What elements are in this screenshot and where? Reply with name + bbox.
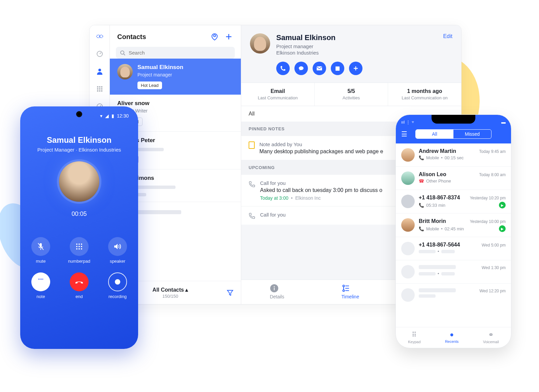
- missed-icon: ☎: [419, 178, 424, 184]
- recent-row[interactable]: +1 418-867-8374Yesterday 10:20 pm 📞05:33…: [396, 190, 511, 214]
- recent-row[interactable]: Alison LeoToday 8:00 am ☎Other Phone: [396, 167, 511, 190]
- svg-rect-16: [317, 66, 322, 70]
- note-icon: [31, 272, 50, 291]
- recent-dur: 00:15 sec: [445, 155, 464, 160]
- stat-cell[interactable]: Email Last Communication: [241, 83, 315, 106]
- svg-point-15: [121, 51, 124, 54]
- call-button[interactable]: [276, 62, 290, 75]
- avatar: [401, 288, 415, 302]
- svg-point-31: [76, 246, 77, 247]
- status-bar: ▾ ◢ ▮ 12:30: [100, 113, 129, 119]
- chat-button[interactable]: [294, 62, 308, 75]
- avatar: [117, 64, 133, 79]
- tab-label: Details: [270, 294, 284, 299]
- numberpad-button[interactable]: numberpad: [67, 237, 92, 264]
- tab-details[interactable]: Details: [270, 284, 284, 299]
- end-call-icon: [70, 272, 89, 291]
- segment-control[interactable]: All Missed: [415, 129, 492, 139]
- recent-name: Britt Morin: [419, 218, 446, 224]
- tab-voicemail[interactable]: ⚭ Voicemail: [483, 331, 499, 344]
- search-icon: [120, 50, 125, 56]
- contact-tag: Hot Lead: [137, 81, 162, 89]
- signal-icon: ııl ⋮ ᯤ: [401, 120, 416, 125]
- plus-icon[interactable]: [224, 32, 233, 41]
- search-field[interactable]: [129, 50, 231, 56]
- stat-value: Email: [244, 88, 312, 94]
- android-phone: ▾ ◢ ▮ 12:30 Samual Elkinson Project Mana…: [20, 106, 138, 349]
- tab-label: Recents: [445, 339, 458, 344]
- svg-rect-7: [97, 88, 98, 90]
- svg-rect-10: [97, 90, 98, 92]
- svg-point-33: [81, 246, 82, 247]
- recent-row[interactable]: Wed 1:30 pm •: [396, 260, 511, 284]
- caller-avatar: [59, 161, 99, 202]
- detail-name: Samual Elkinson: [276, 33, 452, 42]
- note-button[interactable]: note: [28, 272, 53, 299]
- call-timer: 00:05: [71, 210, 87, 218]
- svg-rect-5: [99, 86, 100, 88]
- logo-icon: [96, 33, 103, 40]
- detail-company: Elkinson Industries: [276, 50, 452, 56]
- keypad-icon[interactable]: [96, 85, 103, 93]
- email-button[interactable]: [313, 62, 326, 75]
- clock: 12:30: [117, 113, 129, 119]
- detail-role: Project manager: [276, 43, 452, 49]
- svg-point-28: [76, 243, 77, 245]
- recent-time: Today 8:00 am: [479, 172, 506, 177]
- control-label: recording: [108, 294, 127, 299]
- placeholder-line: [441, 272, 455, 275]
- contact-row[interactable]: Samual Elkinson Project manager Hot Lead: [110, 59, 241, 95]
- recent-name: +1 418-867-8374: [419, 195, 460, 201]
- end-call-button[interactable]: end: [67, 272, 92, 299]
- phone-icon: [249, 181, 255, 201]
- recent-name: +1 418-867-5644: [419, 242, 460, 248]
- menu-icon[interactable]: ☰: [401, 130, 407, 138]
- battery-icon: ▮: [112, 113, 114, 119]
- gauge-icon[interactable]: [96, 50, 103, 58]
- recent-row[interactable]: +1 418-867-5644Wed 5:00 pm •: [396, 237, 511, 260]
- speaker-button[interactable]: speaker: [105, 237, 130, 264]
- recent-time: Yesterday 10:20 pm: [470, 196, 506, 200]
- edit-button[interactable]: Edit: [443, 33, 452, 39]
- map-pin-icon[interactable]: [210, 32, 219, 41]
- svg-rect-17: [336, 66, 340, 71]
- play-icon[interactable]: ▶: [499, 225, 506, 232]
- recent-row[interactable]: Britt MorinYesterday 10:00 pm 📞Mobile•02…: [396, 214, 511, 237]
- mute-button[interactable]: mute: [28, 237, 53, 264]
- tab-missed[interactable]: Missed: [453, 130, 491, 138]
- stat-label: Activities: [317, 95, 385, 100]
- recent-time: Wed 12:20 pm: [479, 289, 506, 293]
- avatar: [401, 242, 415, 255]
- wifi-icon: ▾: [100, 113, 102, 119]
- tab-recents[interactable]: ● Recents: [445, 331, 458, 344]
- note-button[interactable]: [331, 62, 344, 75]
- stat-cell[interactable]: 5/5 Activities: [315, 83, 388, 106]
- phone-icon: 📞: [419, 226, 424, 231]
- svg-point-22: [343, 290, 344, 292]
- voicemail-icon: ⚭: [483, 331, 499, 339]
- avatar: [401, 218, 415, 232]
- svg-rect-19: [274, 288, 275, 290]
- tab-keypad[interactable]: ⠿ Keypad: [408, 331, 420, 344]
- svg-rect-8: [99, 88, 100, 90]
- play-icon[interactable]: ▶: [499, 202, 506, 208]
- person-icon[interactable]: [96, 68, 103, 75]
- recent-time: Wed 5:00 pm: [482, 243, 506, 248]
- stat-label: Last Communication: [244, 95, 312, 100]
- recent-sub: Other Phone: [426, 178, 451, 184]
- add-button[interactable]: [349, 62, 362, 75]
- tab-all[interactable]: All: [416, 130, 453, 138]
- control-label: speaker: [110, 259, 125, 264]
- search-input[interactable]: [116, 47, 235, 59]
- recent-name: Andrew Martin: [419, 148, 456, 154]
- svg-rect-4: [97, 86, 98, 88]
- timeline-icon: [342, 284, 359, 293]
- recent-row[interactable]: Andrew MartinToday 9:45 am 📞Mobile•00:15…: [396, 143, 511, 167]
- info-icon: [270, 284, 284, 293]
- tab-timeline[interactable]: Timeline: [342, 284, 359, 299]
- recent-row[interactable]: Wed 12:20 pm: [396, 284, 511, 306]
- filter-icon[interactable]: [227, 289, 233, 296]
- stat-cell[interactable]: 1 months ago Last Communication on: [388, 83, 461, 106]
- avatar: [250, 33, 270, 54]
- recording-button[interactable]: recording: [105, 272, 130, 299]
